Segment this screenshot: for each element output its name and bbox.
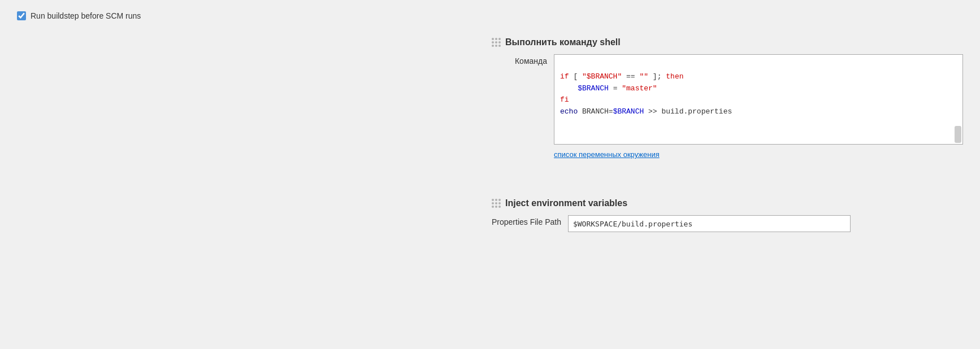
inject-section-header: Inject environment variables xyxy=(492,198,963,208)
checkbox-row: Run buildstep before SCM runs xyxy=(17,11,963,20)
inject-section: Inject environment variables Properties … xyxy=(492,198,963,232)
page-container: Run buildstep before SCM runs Выполнить … xyxy=(17,11,963,249)
inject-dots-icon xyxy=(492,199,501,208)
inject-field-label: Properties File Path xyxy=(492,215,568,226)
shell-field-row: Команда if [ "$BRANCH" == "" ]; then $BR… xyxy=(492,54,963,145)
shell-code-textarea-wrapper[interactable]: if [ "$BRANCH" == "" ]; then $BRANCH = "… xyxy=(554,54,963,145)
section-dots-icon xyxy=(492,38,501,47)
scrollbar-handle xyxy=(955,126,961,143)
env-variables-link[interactable]: список переменных окружения xyxy=(554,150,963,159)
shell-code-content[interactable]: if [ "$BRANCH" == "" ]; then $BRANCH = "… xyxy=(554,55,962,142)
spacer xyxy=(17,176,963,198)
shell-field-label: Команда xyxy=(492,54,554,66)
shell-section-header: Выполнить команду shell xyxy=(492,37,963,47)
inject-field-row: Properties File Path xyxy=(492,215,963,232)
checkbox-label: Run buildstep before SCM runs xyxy=(31,11,141,20)
shell-section-title: Выполнить команду shell xyxy=(505,37,621,47)
inject-section-title: Inject environment variables xyxy=(505,198,627,208)
run-buildstep-checkbox[interactable] xyxy=(17,11,26,20)
shell-section: Выполнить команду shell Команда if [ "$B… xyxy=(492,37,963,159)
properties-file-path-input[interactable] xyxy=(568,215,851,232)
